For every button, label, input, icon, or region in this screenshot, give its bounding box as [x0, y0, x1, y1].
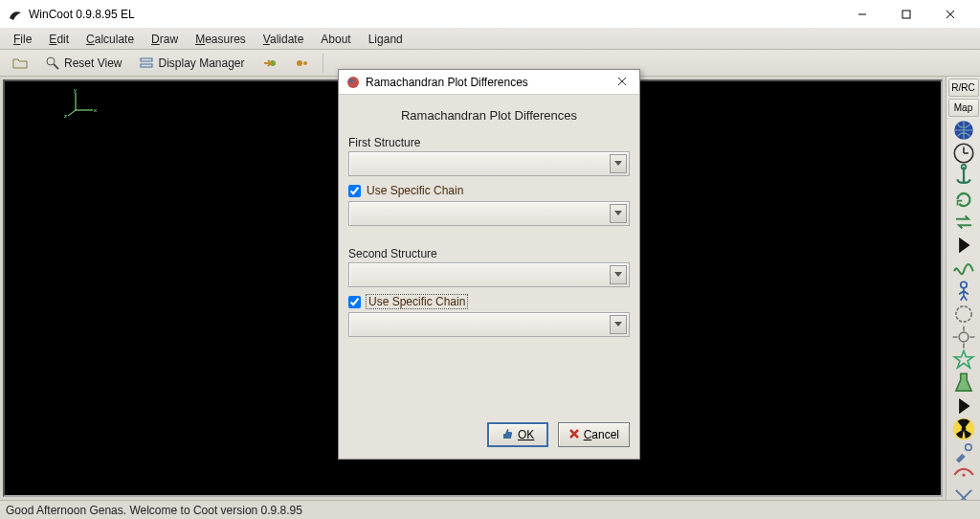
ramachandran-dialog: Ramachandran Plot Differences Ramachandr… — [338, 69, 640, 460]
anchor-icon[interactable] — [951, 166, 976, 187]
reset-view-button[interactable]: Reset View — [38, 53, 128, 74]
tool-icon-1[interactable] — [951, 441, 976, 463]
svg-text:y: y — [74, 89, 77, 93]
svg-point-28 — [962, 473, 965, 476]
clock-icon[interactable] — [951, 143, 976, 164]
dialog-title: Ramachandran Plot Differences — [366, 76, 612, 89]
axis-gizmo: y x z — [64, 89, 102, 118]
toolbar-action-1[interactable] — [256, 53, 284, 74]
dialog-heading: Ramachandran Plot Differences — [348, 108, 630, 123]
svg-point-27 — [965, 444, 971, 451]
ok-button[interactable]: OK — [487, 422, 548, 447]
svg-point-9 — [297, 60, 302, 66]
menu-ligand[interactable]: Ligand — [361, 31, 411, 48]
play-icon[interactable] — [951, 235, 976, 256]
toolbar-separator — [323, 54, 323, 73]
first-chain-checkbox[interactable] — [348, 185, 361, 197]
svg-point-33 — [349, 79, 353, 82]
first-chain-combo[interactable] — [348, 201, 630, 226]
svg-point-4 — [47, 57, 55, 65]
menu-draw[interactable]: Draw — [144, 31, 186, 48]
side-toolbar: R/RC Map — [946, 77, 980, 500]
first-chain-label: Use Specific Chain — [367, 184, 463, 197]
map-button[interactable]: Map — [948, 99, 979, 117]
star-icon[interactable] — [951, 350, 976, 371]
window-controls — [840, 0, 972, 29]
menu-edit[interactable]: Edit — [41, 31, 77, 48]
radiation-icon[interactable] — [951, 418, 976, 440]
rrc-button[interactable]: R/RC — [948, 79, 979, 97]
flask-icon[interactable] — [951, 372, 976, 394]
reset-view-label: Reset View — [64, 56, 122, 70]
svg-rect-7 — [141, 64, 152, 67]
cancel-icon — [568, 428, 580, 442]
svg-point-22 — [960, 282, 967, 288]
second-chain-label: Use Specific Chain — [367, 295, 467, 308]
svg-text:x: x — [94, 107, 97, 113]
menubar: File Edit Calculate Draw Measures Valida… — [0, 29, 980, 50]
svg-text:z: z — [64, 113, 67, 118]
cancel-label-rest: ancel — [591, 428, 619, 441]
chevron-down-icon — [610, 265, 627, 284]
menu-about[interactable]: About — [313, 31, 358, 48]
svg-line-5 — [54, 64, 58, 69]
chevron-down-icon — [610, 154, 627, 173]
dialog-body: Ramachandran Plot Differences First Stru… — [339, 95, 639, 415]
first-structure-label: First Structure — [348, 136, 630, 149]
dialog-close-button[interactable] — [612, 76, 632, 89]
svg-rect-1 — [902, 11, 910, 18]
globe-icon[interactable] — [951, 120, 976, 141]
svg-point-32 — [347, 77, 359, 88]
chevron-down-icon — [610, 315, 627, 334]
arrow-circle-icon — [262, 56, 278, 71]
second-chain-checkbox-row[interactable]: Use Specific Chain — [348, 295, 630, 308]
dialog-titlebar[interactable]: Ramachandran Plot Differences — [339, 70, 639, 95]
svg-point-24 — [959, 332, 969, 342]
menu-calculate[interactable]: Calculate — [78, 31, 142, 48]
app-icon — [8, 7, 23, 22]
play-alt-icon[interactable] — [951, 395, 976, 417]
minimize-button[interactable] — [840, 0, 884, 29]
molecule-icon — [295, 56, 310, 71]
window-titlebar: WinCoot 0.9.8.95 EL — [0, 0, 980, 29]
dialog-icon — [346, 76, 360, 89]
menu-validate[interactable]: Validate — [256, 31, 312, 48]
spin-icon[interactable] — [951, 304, 976, 325]
cancel-button[interactable]: Cancel — [558, 422, 630, 447]
first-chain-checkbox-row[interactable]: Use Specific Chain — [348, 184, 630, 197]
svg-rect-6 — [141, 58, 152, 61]
refresh-icon[interactable] — [951, 189, 976, 210]
menu-file[interactable]: File — [6, 31, 39, 48]
wave-icon[interactable] — [951, 258, 976, 279]
close-button[interactable] — [928, 0, 972, 29]
swap-icon[interactable] — [951, 212, 976, 233]
svg-point-23 — [955, 306, 970, 322]
person-icon[interactable] — [951, 281, 976, 302]
chevron-down-icon — [610, 204, 627, 223]
svg-point-10 — [303, 61, 307, 65]
window-title: WinCoot 0.9.8.95 EL — [29, 8, 840, 21]
ok-label: OK — [518, 428, 534, 441]
second-structure-label: Second Structure — [348, 247, 630, 260]
statusbar: Good Afternoon Genas. Welcome to Coot ve… — [0, 500, 980, 519]
display-manager-icon — [139, 56, 154, 71]
display-manager-button[interactable]: Display Manager — [132, 53, 251, 74]
dialog-buttons: OK Cancel — [339, 415, 639, 459]
display-manager-label: Display Manager — [158, 56, 244, 70]
gear-alt-icon[interactable] — [951, 327, 976, 348]
second-chain-combo[interactable] — [348, 312, 630, 337]
thumbs-up-icon — [501, 427, 514, 443]
status-text: Good Afternoon Genas. Welcome to Coot ve… — [6, 504, 302, 517]
open-button[interactable] — [6, 53, 34, 74]
svg-point-26 — [961, 427, 966, 432]
first-structure-combo[interactable] — [348, 151, 630, 176]
magnifier-icon — [45, 56, 60, 71]
svg-line-15 — [68, 110, 76, 116]
second-chain-checkbox[interactable] — [348, 296, 361, 308]
tool-icon-2[interactable] — [951, 464, 976, 485]
toolbar-action-2[interactable] — [288, 53, 317, 74]
maximize-button[interactable] — [884, 0, 928, 29]
second-structure-combo[interactable] — [348, 262, 630, 287]
folder-open-icon — [12, 56, 28, 71]
menu-measures[interactable]: Measures — [188, 31, 254, 48]
